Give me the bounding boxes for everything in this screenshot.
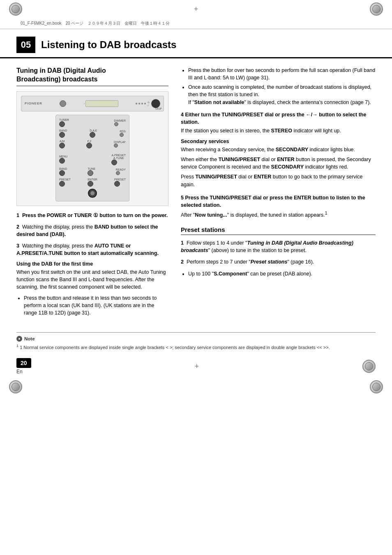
device-top-bar: PIONEER -	[21, 96, 164, 111]
panel-f2-btn	[86, 143, 92, 148]
panel-enter-btn	[88, 181, 93, 187]
panel-tuner: TUNER	[59, 118, 69, 127]
preset-step2-num: 2	[181, 259, 184, 265]
panel-row6: PRESET ENTER PRESET	[59, 178, 126, 187]
device-brand: PIONEER	[25, 102, 42, 105]
device-label-r2: ○	[148, 104, 150, 106]
right-bullet2: Once auto scanning is completed, the num…	[188, 83, 376, 106]
preset-stations-section: Preset stations 1 Follow steps 1 to 4 un…	[181, 226, 376, 278]
panel-dae: D.A.E	[90, 129, 97, 138]
device-dot1	[136, 103, 137, 104]
page-top-decoration: +	[0, 0, 392, 18]
panel-enter: ENTER	[88, 178, 97, 187]
step5: 5 Press the TUNING/PRESET dial or press …	[181, 194, 376, 219]
device-top-left: PIONEER	[25, 102, 42, 105]
panel-row7	[59, 189, 126, 198]
panel-am: A/M	[59, 140, 65, 148]
panel-dimmer: DIMMER	[114, 119, 126, 126]
panel-band2-label: BAND	[59, 167, 67, 170]
step1: 1 Press the POWER or TUNER ① button to t…	[16, 212, 168, 219]
preset-step1: 1 Follow steps 1 to 4 under "Tuning in D…	[181, 239, 376, 254]
page-container: + 01_F-F6MK2_en.book 20 ページ ２０９年４月３日 金曜日…	[0, 0, 392, 555]
panel-am-btn	[59, 143, 65, 148]
corner-inner-tr	[372, 5, 380, 13]
panel-preset-l-label: PRESET	[59, 178, 71, 181]
preset-stations-title: Preset stations	[181, 226, 376, 235]
using-dab-text: When you first switch on the unit and se…	[16, 268, 168, 291]
step5-header: 5 Press the TUNING/PRESET dial or press …	[181, 194, 376, 209]
panel-preset-l: PRESET	[59, 178, 71, 187]
device-image: PIONEER -	[16, 91, 168, 206]
right-top-bullets: Press the button for over two seconds to…	[181, 67, 376, 106]
device-dot4	[144, 103, 146, 104]
panel-dimmer-btn	[114, 122, 118, 126]
panel-preset-r: PRESET	[114, 178, 126, 187]
step1-text: Press the POWER or TUNER ① button to tur…	[22, 213, 168, 218]
panel-band-btn	[59, 132, 65, 138]
preset-bullets: Up to 100 "S.Component" can be preset (D…	[181, 270, 376, 278]
panel-ready-btn	[116, 171, 120, 175]
panel-row1: TUNER DIMMER	[59, 118, 126, 127]
panel-dae-btn	[90, 132, 95, 138]
chapter-number: 05	[16, 37, 35, 53]
left-column: Tuning in DAB (Digital Audio Broadcastin…	[16, 67, 168, 320]
note-icon: ●	[16, 336, 22, 342]
footer-right	[362, 360, 376, 373]
corner-inner-br	[365, 362, 373, 370]
device-dots	[136, 103, 146, 104]
step2-text: Watching the display, press the BAND but…	[16, 224, 158, 237]
panel-menu-label: MENU	[59, 155, 68, 158]
panel-tune-label: TUNE	[88, 167, 95, 170]
step3-num: 3	[16, 243, 19, 249]
right-bullet1: Press the button for over two seconds to…	[188, 67, 376, 81]
panel-f2: F.2	[86, 140, 92, 148]
panel-dae-label: D.A.E	[90, 129, 97, 132]
note-title-text: Note	[24, 336, 35, 341]
corner-decoration-br2	[370, 380, 383, 393]
panel-row5: BAND TUNE READY	[59, 167, 126, 176]
corner-decoration-tl	[9, 2, 22, 16]
panel-dimmer-label: DIMMER	[114, 119, 126, 122]
device-panel: TUNER DIMMER BAND	[55, 115, 129, 201]
step5-body: After "Now tuning..." is displayed, the …	[181, 210, 376, 219]
corner-inner-br2	[372, 383, 380, 391]
page-bottom-decoration	[0, 378, 392, 398]
device-dot2	[138, 103, 140, 104]
device-dot3	[141, 103, 143, 104]
step2: 2 Watching the display, press the BAND b…	[16, 223, 168, 238]
preset-bullet1: Up to 100 "S.Component" can be preset (D…	[188, 270, 376, 278]
preset-step1-num: 1	[181, 240, 184, 246]
panel-band-label: BAND	[59, 129, 67, 132]
step3: 3 Watching the display, press the AUTO T…	[16, 242, 168, 257]
step4: 4 Either turn the TUNING/PRESET dial or …	[181, 111, 376, 134]
preset-step2-text: Perform steps 2 to 7 under "Preset stati…	[187, 259, 314, 265]
corner-inner-bl	[12, 383, 20, 391]
page-en: En	[16, 369, 31, 375]
step4-header: 4 Either turn the TUNING/PRESET dial or …	[181, 111, 376, 126]
device-right-stacked: ⊙ ○	[148, 101, 150, 106]
panel-tune: TUNE	[88, 167, 95, 176]
main-content: Tuning in DAB (Digital Audio Broadcastin…	[0, 58, 392, 328]
plus-center-top: +	[194, 5, 198, 14]
device-right-icons: ⊙ ○	[136, 99, 160, 108]
panel-row4: MENU A.PRESET A.TUNE	[59, 154, 126, 165]
panel-apreset-label: A.PRESET	[111, 154, 126, 157]
panel-am-label: A/M	[59, 140, 65, 143]
panel-atune-label: A.TUNE	[111, 157, 126, 160]
panel-row3: A/M F.2 DISPLAY	[59, 140, 126, 148]
panel-display-label: DISPLAY	[114, 141, 126, 143]
step2-num: 2	[16, 224, 19, 230]
panel-apreset: A.PRESET A.TUNE	[111, 154, 126, 165]
panel-ready: READY	[116, 168, 126, 175]
corner-decoration-br	[362, 360, 376, 373]
page-number: 20	[16, 358, 31, 368]
device-center: -	[83, 100, 118, 107]
device-label-skip: SKIP	[155, 107, 162, 110]
left-bullets: Press the button and release it in less …	[16, 294, 168, 317]
panel-band: BAND	[59, 129, 67, 138]
step1-num: 1	[16, 213, 19, 218]
plus-center-bottom: +	[195, 362, 199, 371]
panel-tuner-label: TUNER	[59, 118, 69, 121]
device-power-btn	[60, 100, 66, 107]
secondary-p2: When either the TUNING/PRESET dial or EN…	[181, 156, 376, 171]
